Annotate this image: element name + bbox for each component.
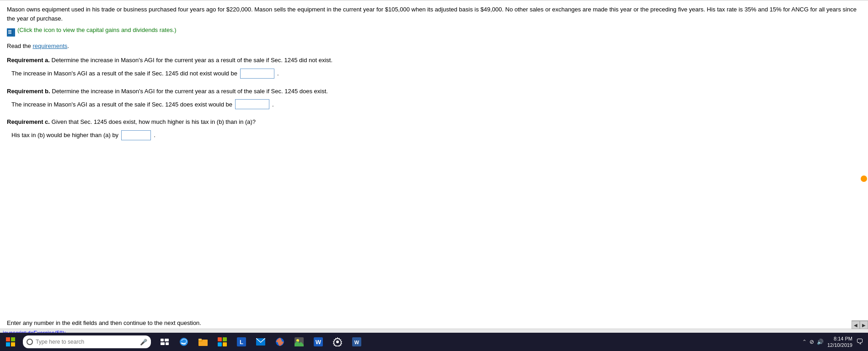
- req-c-suffix: .: [154, 132, 155, 138]
- req-c-prefix: His tax in (b) would be higher than (a) …: [11, 132, 118, 138]
- read-line: Read the requirements.: [7, 43, 861, 49]
- svg-rect-0: [7, 29, 15, 36]
- req-b-prefix: The increase in Mason's AGI as a result …: [11, 101, 232, 108]
- req-a-prefix: The increase in Mason's AGI as a result …: [11, 70, 237, 77]
- requirement-a-answer-row: The increase in Mason's AGI as a result …: [7, 69, 861, 79]
- requirement-b-answer-row: The increase in Mason's AGI as a result …: [7, 99, 861, 109]
- svg-rect-2: [8, 32, 11, 32]
- req-b-suffix: .: [272, 101, 274, 108]
- book-icon[interactable]: [7, 28, 15, 37]
- icon-link-row: (Click the icon to view the capital gain…: [7, 27, 861, 38]
- requirement-a-section: Requirement a. Determine the increase in…: [7, 56, 861, 79]
- svg-rect-1: [8, 30, 11, 31]
- capital-gains-link[interactable]: (Click the icon to view the capital gain…: [17, 27, 177, 33]
- requirement-b-input[interactable]: [235, 99, 269, 109]
- requirement-c-answer-row: His tax in (b) would be higher than (a) …: [7, 130, 861, 140]
- svg-rect-3: [8, 33, 11, 34]
- requirement-a-input[interactable]: [240, 69, 274, 79]
- req-a-suffix: .: [277, 70, 279, 77]
- requirement-b-section: Requirement b. Determine the increase in…: [7, 87, 861, 110]
- requirement-b-label: Requirement b. Determine the increase in…: [7, 87, 861, 96]
- svg-rect-4: [12, 29, 12, 36]
- requirement-a-label: Requirement a. Determine the increase in…: [7, 56, 861, 65]
- problem-text: Mason owns equipment used in his trade o…: [7, 5, 861, 23]
- main-content: Mason owns equipment used in his trade o…: [0, 0, 868, 153]
- requirements-link[interactable]: requirements: [32, 43, 67, 49]
- requirement-c-section: Requirement c. Given that Sec. 1245 does…: [7, 117, 861, 140]
- requirement-c-input[interactable]: [121, 130, 151, 140]
- problem-statement: Mason owns equipment used in his trade o…: [7, 6, 857, 22]
- requirement-c-label: Requirement c. Given that Sec. 1245 does…: [7, 117, 861, 127]
